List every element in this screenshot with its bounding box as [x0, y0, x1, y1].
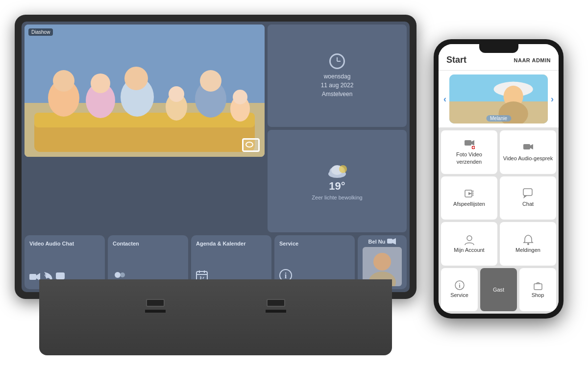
svg-text:i: i — [285, 271, 287, 280]
scene: Diashow woensdag 11 aug 2022 Amstelveen — [0, 0, 588, 370]
svg-point-58 — [467, 236, 472, 241]
screen-top-section: Diashow woensdag 11 aug 2022 Amstelveen — [22, 22, 410, 235]
photo-icon — [242, 138, 260, 152]
carousel-contact-name: Melanie — [486, 115, 511, 122]
video-audio-gesprek-label: Video Audio-gesprek — [503, 155, 553, 162]
service-label: Service — [279, 240, 298, 247]
svg-rect-23 — [56, 272, 65, 279]
datetime-text: woensdag 11 aug 2022 Amstelveen — [321, 72, 354, 99]
svg-rect-56 — [523, 189, 532, 196]
connector-port-left — [144, 309, 167, 314]
svg-rect-21 — [29, 274, 36, 280]
svg-marker-45 — [471, 140, 474, 146]
afspeellijsten-button[interactable]: Afspeellijsten — [441, 176, 497, 220]
weather-temp: 19° — [329, 180, 345, 193]
connector-usb-top-left — [146, 299, 165, 307]
svg-point-26 — [120, 272, 125, 277]
meldingen-button[interactable]: Meldingen — [500, 222, 556, 266]
carousel-photo: Melanie — [449, 74, 548, 123]
phone-notch — [479, 44, 518, 53]
svg-marker-57 — [523, 196, 527, 198]
dock-connector-right — [265, 299, 287, 314]
svg-point-20 — [339, 165, 347, 173]
svg-marker-52 — [468, 192, 472, 195]
contacten-label: Contacten — [113, 240, 139, 247]
service-phone-button[interactable]: i Service — [441, 268, 478, 312]
foto-video-button[interactable]: Foto Video verzenden — [441, 130, 497, 174]
gast-label: Gast — [493, 286, 504, 293]
phone-admin-link[interactable]: NAAR ADMIN — [514, 57, 551, 63]
svg-point-15 — [233, 90, 247, 104]
svg-marker-50 — [530, 144, 533, 149]
svg-point-13 — [200, 70, 221, 92]
tablet-dock — [39, 279, 392, 355]
svg-rect-44 — [465, 140, 471, 146]
carousel-arrow-left[interactable]: ‹ — [443, 94, 446, 104]
svg-point-5 — [53, 70, 74, 92]
bel-nu-video-icon — [387, 238, 396, 245]
day-text: woensdag — [321, 72, 354, 81]
svg-point-11 — [169, 86, 184, 102]
phone-carousel: ‹ Melanie — [439, 71, 559, 128]
dock-connectors — [39, 279, 392, 314]
weather-panel: 19° Zeer lichte bewolking — [268, 130, 407, 232]
slideshow-label: Diashow — [28, 28, 53, 36]
dock-connector-left — [144, 299, 167, 314]
afspeellijsten-label: Afspeellijsten — [453, 200, 485, 207]
agenda-kalender-label: Agenda & Kalender — [196, 240, 245, 247]
bel-nu-label: Bel Nu — [368, 239, 386, 245]
connector-usb-top-right — [267, 299, 285, 307]
svg-text:i: i — [459, 282, 461, 289]
svg-point-59 — [527, 243, 529, 245]
svg-rect-62 — [534, 284, 542, 290]
video-audio-gesprek-button[interactable]: Video Audio-gesprek — [500, 130, 556, 174]
svg-point-36 — [373, 253, 391, 271]
family-photo-content — [24, 25, 265, 157]
right-info-panels: woensdag 11 aug 2022 Amstelveen — [268, 25, 407, 232]
phone-body: Start NAAR ADMIN ‹ — [434, 39, 564, 319]
gast-button[interactable]: Gast — [480, 268, 517, 312]
video-audio-chat-label: Video Audio Chat — [29, 240, 74, 247]
tablet-device: Diashow woensdag 11 aug 2022 Amstelveen — [15, 15, 426, 355]
phone-screen: Start NAAR ADMIN ‹ — [439, 44, 559, 314]
shop-button[interactable]: Shop — [519, 268, 556, 312]
phone-app-title: Start — [446, 55, 466, 65]
svg-rect-33 — [387, 239, 392, 244]
chat-button[interactable]: Chat — [500, 176, 556, 220]
mijn-account-label: Mijn Account — [454, 247, 484, 253]
foto-video-label: Foto Video verzenden — [443, 151, 495, 165]
city-text: Amstelveen — [321, 90, 354, 99]
family-photo: Diashow — [24, 25, 265, 157]
svg-point-25 — [115, 272, 121, 278]
svg-point-9 — [124, 67, 148, 90]
svg-rect-49 — [523, 144, 530, 149]
bel-nu-header: Bel Nu — [368, 238, 396, 245]
tablet-body: Diashow woensdag 11 aug 2022 Amstelveen — [15, 15, 416, 299]
svg-point-7 — [91, 74, 110, 93]
date-text: 11 aug 2022 — [321, 81, 354, 90]
service-phone-label: Service — [450, 292, 468, 298]
shop-label: Shop — [532, 292, 544, 298]
connector-port-right — [265, 309, 287, 314]
phone-device: Start NAAR ADMIN ‹ — [434, 39, 564, 328]
chat-label: Chat — [522, 200, 534, 207]
video-icon — [29, 273, 40, 283]
meldingen-label: Meldingen — [515, 247, 540, 253]
svg-marker-34 — [392, 238, 396, 245]
clock-icon — [329, 53, 345, 69]
datetime-panel: woensdag 11 aug 2022 Amstelveen — [268, 25, 407, 127]
weather-description: Zeer lichte bewolking — [312, 195, 362, 200]
carousel-arrow-right[interactable]: › — [551, 94, 554, 104]
phone-app-grid: Foto Video verzenden Video Audio-gesprek… — [439, 128, 559, 314]
weather-cloud-icon — [326, 162, 348, 178]
mijn-account-button[interactable]: Mijn Account — [441, 222, 497, 266]
tablet-screen: Diashow woensdag 11 aug 2022 Amstelveen — [22, 22, 410, 292]
bottom-row-buttons: i Service Gast Shop — [441, 268, 556, 312]
